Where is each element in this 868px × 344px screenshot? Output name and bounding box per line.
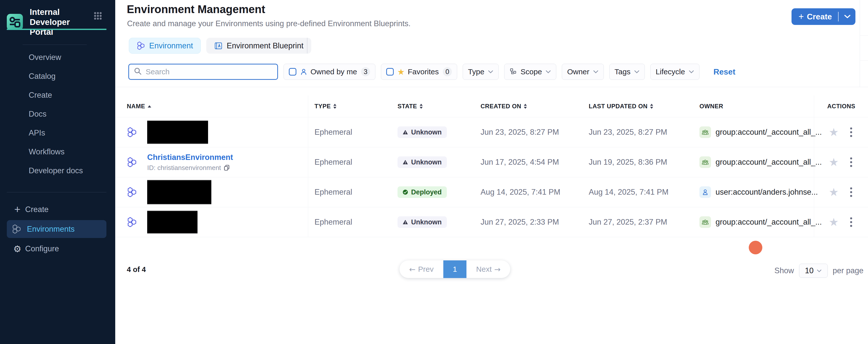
column-header-name[interactable]: NAME — [115, 95, 308, 117]
row-menu-button[interactable] — [849, 156, 854, 169]
next-page-button[interactable]: Next → — [466, 260, 510, 278]
lifecycle-filter-dropdown[interactable]: Lifecycle — [650, 64, 700, 80]
tab-environment[interactable]: Environment — [129, 38, 201, 54]
app-title: Internal Developer Portal — [30, 7, 83, 37]
chevron-down-icon[interactable] — [844, 15, 850, 19]
environments-table: NAME TYPE STATE CREATED ON LAST UPDATED … — [115, 87, 868, 237]
owner-cell: group:account/_account_all_... — [693, 156, 814, 168]
create-button[interactable]: + Create — [792, 8, 856, 25]
search-icon — [133, 67, 142, 77]
reset-filters-button[interactable]: Reset — [714, 67, 736, 77]
row-menu-button[interactable] — [849, 216, 854, 228]
created-on-cell: Jun 23, 2025, 8:27 PM — [474, 128, 583, 137]
environment-name-redacted[interactable] — [147, 180, 211, 204]
scope-filter-dropdown[interactable]: Scope — [504, 64, 556, 80]
sidebar-item-developer-docs[interactable]: Developer docs — [0, 161, 115, 180]
created-on-cell: Jun 27, 2025, 2:33 PM — [474, 218, 583, 227]
table-row: ChristiansEnvironment ID: christiansenvi… — [115, 147, 868, 177]
warning-icon — [403, 160, 408, 165]
copy-icon[interactable] — [223, 165, 230, 171]
sidebar-accent-rule — [7, 29, 106, 30]
filter-bar: Owned by me 3 ★ Favorites 0 Type — [128, 64, 736, 80]
created-on-cell: Jun 17, 2025, 4:54 PM — [474, 157, 583, 167]
row-menu-button[interactable] — [849, 186, 854, 198]
sidebar-create-label: Create — [25, 205, 49, 214]
plus-icon: + — [12, 203, 23, 216]
column-header-owner: OWNER — [693, 103, 814, 110]
state-badge-unknown: Unknown — [398, 126, 447, 138]
favorite-star-button[interactable]: ★ — [829, 127, 839, 138]
tags-filter-dropdown[interactable]: Tags — [609, 64, 645, 80]
right-rail-divider — [860, 0, 860, 87]
sort-ascending-icon — [148, 105, 151, 108]
environment-name-link[interactable]: ChristiansEnvironment — [147, 153, 233, 162]
user-icon — [700, 187, 711, 198]
page-number-1[interactable]: 1 — [443, 260, 466, 278]
owner-filter-dropdown[interactable]: Owner — [562, 64, 603, 80]
app-window: Internal Developer Portal Overview Catal… — [0, 0, 868, 344]
environment-name-redacted[interactable] — [147, 120, 208, 144]
tab-blueprint-label: Environment Blueprint — [227, 41, 303, 50]
right-rail-line — [860, 60, 868, 61]
sidebar-configure-label: Configure — [25, 244, 59, 253]
column-header-actions: ACTIONS — [814, 95, 868, 117]
favorite-star-button[interactable]: ★ — [829, 187, 839, 198]
per-page-label: per page — [833, 266, 864, 275]
environments-icon — [12, 224, 21, 234]
sidebar-item-environments[interactable]: Environments — [7, 220, 106, 238]
column-header-type[interactable]: TYPE — [308, 103, 391, 110]
prev-page-button[interactable]: ← Prev — [400, 260, 443, 278]
sidebar-item-apis[interactable]: APIs — [0, 123, 115, 142]
sidebar-item-workflows[interactable]: Workflows — [0, 142, 115, 161]
arrow-left-icon: ← — [409, 265, 415, 274]
column-header-created-on[interactable]: CREATED ON — [474, 103, 583, 110]
check-circle-icon — [403, 190, 408, 195]
sidebar-divider — [23, 45, 87, 45]
chevron-down-icon — [593, 70, 598, 74]
user-icon — [300, 68, 307, 76]
lifecycle-filter-label: Lifecycle — [656, 67, 685, 76]
app-switcher-icon[interactable] — [94, 12, 102, 21]
sidebar-item-docs[interactable]: Docs — [0, 105, 115, 123]
owner-cell: group:account/_account_all_... — [693, 126, 814, 138]
gear-icon: ⚙ — [12, 244, 23, 254]
chevron-down-icon — [689, 70, 694, 74]
favorite-star-button[interactable]: ★ — [829, 217, 839, 228]
owned-by-me-checkbox[interactable] — [289, 68, 297, 76]
help-floating-button[interactable] — [749, 241, 762, 254]
results-summary: 4 of 4 — [127, 265, 146, 274]
sort-icon — [524, 104, 527, 109]
tab-environment-label: Environment — [149, 41, 193, 50]
row-menu-button[interactable] — [849, 126, 854, 139]
column-header-state[interactable]: STATE — [391, 103, 474, 110]
column-header-last-updated-on[interactable]: LAST UPDATED ON — [583, 103, 693, 110]
sidebar-create-button[interactable]: + Create — [0, 201, 115, 218]
table-header-row: NAME TYPE STATE CREATED ON LAST UPDATED … — [115, 87, 868, 117]
environment-icon — [127, 157, 137, 168]
blueprint-icon — [214, 41, 223, 50]
favorites-label: Favorites — [408, 67, 439, 76]
sidebar-item-configure[interactable]: ⚙ Configure — [0, 240, 115, 258]
group-icon — [700, 126, 711, 138]
created-on-cell: Aug 14, 2025, 7:41 PM — [474, 188, 583, 197]
sidebar-item-catalog[interactable]: Catalog — [0, 67, 115, 86]
sort-icon — [650, 104, 653, 109]
sidebar-item-overview[interactable]: Overview — [0, 48, 115, 67]
favorites-checkbox[interactable] — [386, 68, 394, 76]
page-size-select[interactable]: 10 — [799, 264, 828, 278]
tab-environment-blueprint[interactable]: Environment Blueprint — [206, 38, 311, 54]
search-input[interactable] — [146, 67, 272, 76]
owned-by-me-filter[interactable]: Owned by me 3 — [283, 64, 375, 80]
search-box[interactable] — [128, 64, 278, 80]
type-filter-label: Type — [468, 67, 484, 76]
page-subtitle: Create and manage your Environments usin… — [127, 19, 411, 28]
environment-name-redacted[interactable] — [147, 210, 197, 234]
favorites-count: 0 — [443, 67, 452, 76]
favorite-star-button[interactable]: ★ — [829, 156, 839, 168]
type-cell: Ephemeral — [308, 188, 391, 197]
environment-icon — [127, 217, 137, 227]
type-filter-dropdown[interactable]: Type — [463, 64, 499, 80]
owned-by-me-count: 3 — [361, 67, 370, 76]
sidebar-item-create[interactable]: Create — [0, 86, 115, 105]
favorites-filter[interactable]: ★ Favorites 0 — [381, 64, 457, 80]
